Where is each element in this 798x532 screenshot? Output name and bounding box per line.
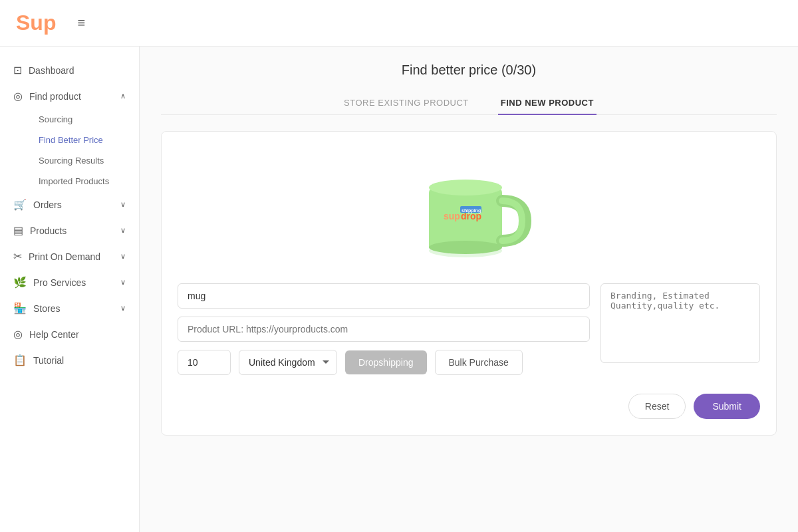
content-card: sup drop shipping xyxy=(161,131,777,436)
main-content: Find better price (0/30) STORE EXISTING … xyxy=(140,47,798,532)
sidebar-item-dashboard[interactable]: ⊡ Dashboard xyxy=(0,57,139,83)
menu-toggle-icon[interactable]: ≡ xyxy=(77,15,85,31)
product-name-row xyxy=(178,283,590,309)
sidebar-item-help-center[interactable]: ◎ Help Center xyxy=(0,321,139,347)
action-row: Reset Submit xyxy=(178,394,760,419)
submit-button[interactable]: Submit xyxy=(694,394,760,419)
right-panel xyxy=(600,283,760,383)
products-icon: ▤ xyxy=(13,224,23,237)
help-center-icon: ◎ xyxy=(13,328,23,340)
illustration-area: sup drop shipping xyxy=(178,148,760,267)
page-title: Find better price (0/30) xyxy=(161,63,777,78)
print-on-demand-icon: ✂ xyxy=(13,250,22,263)
country-select[interactable]: United Kingdom United States Australia C… xyxy=(239,350,337,375)
sidebar-item-label: Pro Services xyxy=(33,277,114,288)
notes-input[interactable] xyxy=(600,283,760,363)
logo: Sup xyxy=(16,11,56,35)
svg-point-4 xyxy=(429,241,502,254)
product-name-input[interactable] xyxy=(178,283,590,309)
chevron-down-icon: ∨ xyxy=(120,226,126,235)
sidebar-item-orders[interactable]: 🛒 Orders ∨ xyxy=(0,192,139,217)
chevron-down-icon: ∨ xyxy=(120,304,126,313)
chevron-down-icon: ∨ xyxy=(120,200,126,209)
orders-icon: 🛒 xyxy=(13,198,27,211)
sidebar-sub-sourcing-results[interactable]: Sourcing Results xyxy=(31,150,139,171)
sidebar-item-stores[interactable]: 🏪 Stores ∨ xyxy=(0,295,139,321)
stores-icon: 🏪 xyxy=(13,302,27,315)
sidebar-item-print-on-demand[interactable]: ✂ Print On Demand ∨ xyxy=(0,243,139,269)
bulk-purchase-button[interactable]: Bulk Purchase xyxy=(435,350,523,375)
product-url-input[interactable] xyxy=(178,317,590,342)
header: Sup ≡ xyxy=(0,0,798,47)
reset-button[interactable]: Reset xyxy=(628,394,686,419)
chevron-down-icon: ∨ xyxy=(120,252,126,261)
sidebar: ⊡ Dashboard ◎ Find product ∧ Sourcing Fi… xyxy=(0,47,140,532)
sidebar-item-tutorial[interactable]: 📋 Tutorial xyxy=(0,347,139,373)
sidebar-sub-imported-products[interactable]: Imported Products xyxy=(31,171,139,192)
sidebar-item-label: Dashboard xyxy=(29,65,126,76)
sidebar-item-products[interactable]: ▤ Products ∨ xyxy=(0,217,139,243)
sidebar-sub-find-better-price[interactable]: Find Better Price xyxy=(31,130,139,150)
tabs: STORE EXISTING PRODUCT FIND NEW PRODUCT xyxy=(161,91,777,115)
sidebar-sub-sourcing[interactable]: Sourcing xyxy=(31,109,139,130)
chevron-down-icon: ∨ xyxy=(120,278,126,287)
sidebar-item-label: Help Center xyxy=(29,329,126,340)
controls-row: United Kingdom United States Australia C… xyxy=(178,350,590,375)
dropshipping-button[interactable]: Dropshipping xyxy=(345,350,427,374)
sidebar-item-pro-services[interactable]: 🌿 Pro Services ∨ xyxy=(0,269,139,295)
find-product-submenu: Sourcing Find Better Price Sourcing Resu… xyxy=(0,109,139,192)
chevron-up-icon: ∧ xyxy=(120,92,126,100)
quantity-input[interactable] xyxy=(178,350,231,375)
tab-find-new[interactable]: FIND NEW PRODUCT xyxy=(498,91,597,114)
sidebar-item-label: Orders xyxy=(33,200,114,210)
product-url-row xyxy=(178,317,590,342)
tutorial-icon: 📋 xyxy=(13,354,27,366)
pro-services-icon: 🌿 xyxy=(13,276,27,289)
svg-text:sup: sup xyxy=(444,211,460,221)
sidebar-item-label: Tutorial xyxy=(33,355,126,366)
mug-illustration: sup drop shipping xyxy=(402,148,535,267)
find-product-icon: ◎ xyxy=(13,90,23,102)
dashboard-icon: ⊡ xyxy=(13,64,22,76)
layout: ⊡ Dashboard ◎ Find product ∧ Sourcing Fi… xyxy=(0,47,798,532)
svg-text:shipping: shipping xyxy=(462,208,481,213)
tab-store-existing[interactable]: STORE EXISTING PRODUCT xyxy=(341,91,471,114)
sidebar-item-find-product[interactable]: ◎ Find product ∧ xyxy=(0,83,139,109)
sidebar-item-label: Print On Demand xyxy=(29,251,114,262)
sidebar-item-label: Find product xyxy=(29,91,114,102)
sidebar-item-label: Products xyxy=(30,225,114,236)
left-form: United Kingdom United States Australia C… xyxy=(178,283,590,383)
main-form: United Kingdom United States Australia C… xyxy=(178,283,760,383)
sidebar-item-label: Stores xyxy=(33,303,114,314)
svg-point-2 xyxy=(429,180,502,196)
